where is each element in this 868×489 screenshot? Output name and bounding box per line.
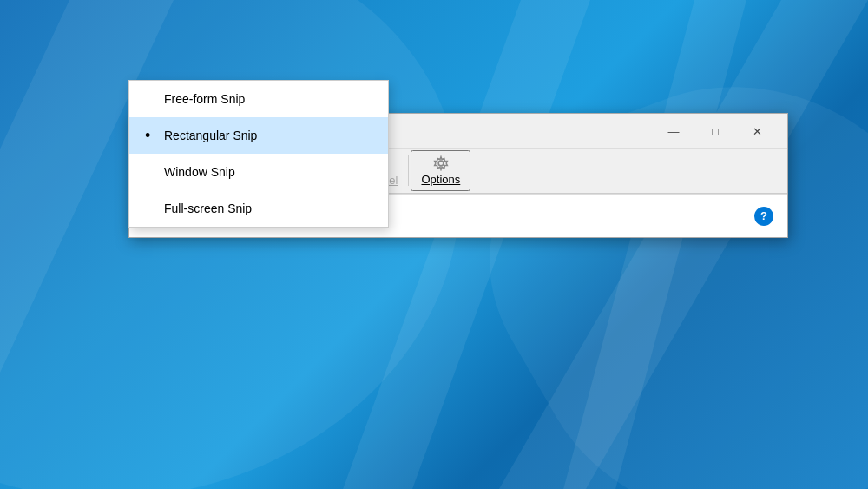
desktop: Snipping Tool — □ ✕ New <box>0 0 868 489</box>
svg-point-23 <box>438 161 444 166</box>
separator-3 <box>408 155 409 186</box>
freeform-snip-label: Free-form Snip <box>164 92 245 106</box>
background-lines <box>0 0 868 489</box>
fullscreen-snip-label: Full-screen Snip <box>164 202 252 215</box>
options-button-label: Options <box>421 173 460 186</box>
menu-item-freeform[interactable]: Free-form Snip <box>129 81 388 117</box>
mode-dropdown-menu: Free-form Snip • Rectangular Snip Window… <box>128 80 389 228</box>
menu-item-rectangular[interactable]: • Rectangular Snip <box>129 117 388 154</box>
help-button[interactable]: ? <box>754 207 773 226</box>
menu-item-fullscreen[interactable]: Full-screen Snip <box>129 190 388 227</box>
minimize-button[interactable]: — <box>654 119 694 145</box>
window-snip-label: Window Snip <box>164 165 235 179</box>
options-button[interactable]: Options <box>411 150 470 191</box>
gear-icon <box>431 155 450 171</box>
window-controls: — □ ✕ <box>654 119 777 145</box>
menu-item-window[interactable]: Window Snip <box>129 154 388 190</box>
maximize-button[interactable]: □ <box>695 119 735 145</box>
selected-bullet-icon: • <box>145 127 150 145</box>
rectangular-snip-label: Rectangular Snip <box>164 129 257 142</box>
close-button[interactable]: ✕ <box>737 119 777 145</box>
